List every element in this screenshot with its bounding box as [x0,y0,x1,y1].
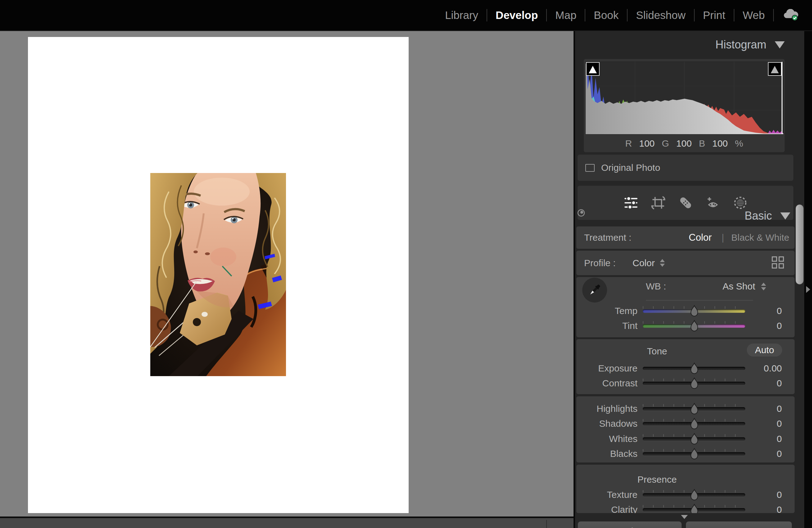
blacks-slider-handle[interactable] [690,448,698,461]
exposure-label: Exposure [576,361,638,376]
basic-panel-header[interactable]: Basic [575,205,804,227]
collapse-triangle-icon[interactable] [780,212,790,219]
presence-section: Presence Texture0Clarity0 [576,465,795,513]
eyedropper-icon [588,283,602,297]
reset-button[interactable]: Reset [686,521,792,528]
texture-slider-row: Texture0 [576,487,795,502]
develop-canvas[interactable] [0,32,574,516]
auto-button[interactable]: Auto [747,343,782,357]
tint-value[interactable]: 0 [750,318,782,333]
texture-slider-handle[interactable] [690,489,698,502]
wb-label: WB : [646,279,666,294]
profile-label: Profile : [584,251,616,275]
nav-separator [773,9,774,22]
temp-label: Temp [576,303,638,318]
original-photo-checkbox[interactable] [585,164,595,172]
highlight-clipping-triangle-icon [771,66,779,73]
tint-slider-row: Tint0 [576,318,795,333]
texture-value[interactable]: 0 [750,487,782,502]
collapse-triangle-icon[interactable] [775,41,785,48]
tint-slider-handle[interactable] [690,320,698,333]
original-photo-row: Original Photo [578,155,793,181]
temp-slider-handle[interactable] [690,305,698,318]
treatment-label: Treatment : [584,226,631,249]
histogram-canvas[interactable] [585,61,784,134]
rgb-readout: R100G100B100% [584,135,785,152]
highlights-slider-handle[interactable] [690,403,698,416]
module-tab-map[interactable]: Map [547,9,585,22]
wb-value-dropdown[interactable]: As Shot [723,279,755,294]
exposure-slider-row: Exposure0.00 [576,361,795,376]
profile-browser-grid-icon[interactable] [772,256,784,270]
lightroom-app: LibraryDevelopMapBookSlideshowPrintWeb [0,0,812,528]
rgb-percent-sign: % [735,138,743,149]
clarity-label: Clarity [576,502,638,513]
treatment-separator: | [722,226,724,249]
exposure-slider-handle[interactable] [690,362,698,375]
shadows-label: Shadows [576,416,638,431]
texture-label: Texture [576,487,638,502]
white-balance-section: WB : As Shot Temp0Tint0 [576,277,795,337]
histogram-plot [586,62,783,134]
blacks-slider-row: Blacks0 [576,446,795,461]
blacks-value[interactable]: 0 [750,446,782,461]
module-tab-book[interactable]: Book [585,9,627,22]
wb-divider [646,300,753,301]
highlight-clipping-indicator[interactable] [768,62,782,76]
shadows-value[interactable]: 0 [750,416,782,431]
contrast-value[interactable]: 0 [750,376,782,391]
module-tab-slideshow[interactable]: Slideshow [627,9,694,22]
light-adjust-section: Highlights0Shadows0Whites0Blacks0 [576,396,795,462]
profile-section: Profile : Color [576,251,795,275]
presence-header: Presence [623,474,691,485]
exposure-value[interactable]: 0.00 [750,361,782,376]
profile-value: Color [633,258,655,268]
treatment-color-option[interactable]: Color [689,226,712,249]
tint-label: Tint [576,318,638,333]
module-picker: LibraryDevelopMapBookSlideshowPrintWeb [0,0,812,31]
rgb-value-g: 100 [676,138,692,149]
panel-end-triangle-icon[interactable] [681,515,688,519]
contrast-slider-handle[interactable] [690,377,698,390]
histogram-header[interactable]: Histogram [575,35,804,54]
whites-slider-handle[interactable] [690,433,698,446]
shadows-slider-handle[interactable] [690,418,698,431]
wb-eyedropper[interactable] [582,278,607,302]
clarity-slider-handle[interactable] [690,504,698,513]
previous-button[interactable]: Previous [578,521,682,528]
cloud-sync-icon[interactable] [783,9,799,22]
module-tab-web[interactable]: Web [734,9,773,22]
original-photo-label: Original Photo [601,162,660,173]
module-tab-print[interactable]: Print [695,9,734,22]
treatment-section: Treatment : Color | Black & White [576,226,795,249]
rgb-value-b: 100 [712,138,728,149]
highlights-label: Highlights [576,401,638,416]
clarity-value[interactable]: 0 [750,502,782,513]
temp-value[interactable]: 0 [750,303,782,318]
shadows-slider-row: Shadows0 [576,416,795,431]
whites-label: Whites [576,431,638,446]
panel-scrollbar-thumb[interactable] [796,204,803,285]
contrast-label: Contrast [576,376,638,391]
highlights-slider-row: Highlights0 [576,401,795,416]
shadow-clipping-indicator[interactable] [586,62,599,76]
whites-value[interactable]: 0 [750,431,782,446]
clarity-slider-row: Clarity0 [576,502,795,513]
toolbar [0,516,574,528]
module-picker-items: LibraryDevelopMapBookSlideshowPrintWeb [437,9,774,22]
module-tab-library[interactable]: Library [437,9,487,22]
panel-collapse-edge[interactable] [804,31,812,528]
histogram-section: R100G100B100% [584,59,785,152]
profile-value-dropdown[interactable]: Color [633,251,665,275]
rgb-letter-g: G [662,138,669,149]
panel-expand-arrow-icon [806,286,810,293]
highlights-value[interactable]: 0 [750,401,782,416]
photo-violinist[interactable] [150,173,286,376]
module-tab-develop[interactable]: Develop [487,9,546,22]
rgb-letter-r: R [625,138,632,149]
shadow-clipping-triangle-icon [589,66,597,73]
blacks-label: Blacks [576,446,638,461]
treatment-bw-option[interactable]: Black & White [731,226,789,249]
photo-background-page [28,37,409,513]
tone-section: Tone Auto Exposure0.00Contrast0 [576,339,795,394]
